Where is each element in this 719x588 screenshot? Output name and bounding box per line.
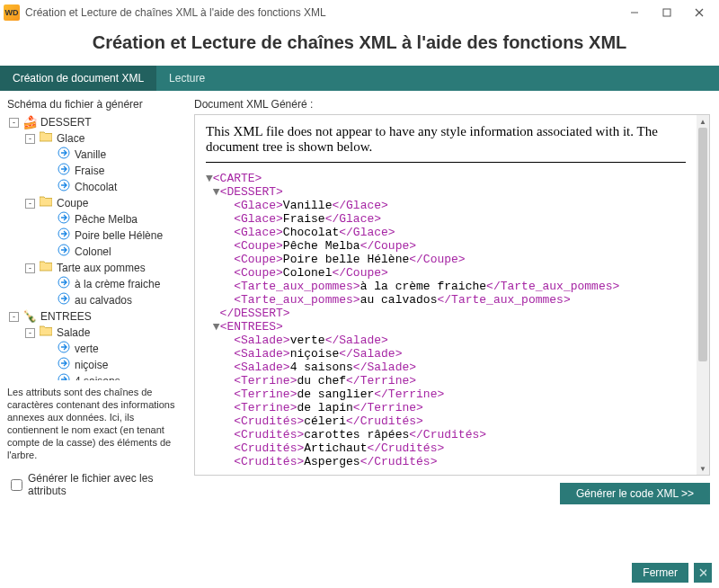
- tree-glace[interactable]: -Glace: [7, 130, 185, 147]
- xml-line: <Coupe>Poire belle Hélène</Coupe>: [206, 253, 686, 266]
- tree-tarte-item[interactable]: au calvados: [7, 292, 185, 308]
- tree-label: verte: [75, 341, 99, 357]
- arrow-icon: [58, 357, 70, 374]
- dessert-icon: 🍰: [22, 114, 38, 130]
- close-icon: [699, 568, 706, 577]
- scroll-thumb[interactable]: [698, 128, 707, 361]
- doc-label: Document XML Généré :: [194, 94, 710, 114]
- attr-checkbox-row[interactable]: Générer le fichier avec les attributs: [7, 468, 185, 504]
- attr-checkbox-label: Générer le fichier avec les attributs: [28, 472, 185, 497]
- close-x-button[interactable]: [694, 563, 712, 583]
- xml-line: <Coupe>Pêche Melba</Coupe>: [206, 239, 686, 253]
- folder-icon: [40, 130, 52, 147]
- page-title: Création et Lecture de chaînes XML à l'a…: [0, 25, 719, 66]
- xml-line: <Glace>Chocolat</Glace>: [206, 226, 686, 239]
- scroll-down-icon[interactable]: ▼: [697, 462, 709, 475]
- right-pane: Document XML Généré : This XML file does…: [189, 91, 719, 504]
- xml-line: <Salade>verte</Salade>: [206, 334, 686, 347]
- window-title: Création et Lecture de chaînes XML à l'a…: [25, 6, 326, 19]
- tree-toggle[interactable]: -: [25, 134, 35, 144]
- arrow-icon: [58, 227, 70, 245]
- arrow-icon: [58, 211, 70, 228]
- app-icon: WD: [4, 4, 20, 21]
- arrow-icon: [58, 244, 70, 261]
- xml-line: <Terrine>de lapin</Terrine>: [206, 401, 686, 414]
- tree-salade-item[interactable]: verte: [7, 341, 185, 357]
- xml-line: <Salade>4 saisons</Salade>: [206, 361, 686, 374]
- tree-glace-item[interactable]: Vanille: [7, 147, 185, 163]
- tree-label: Vanille: [75, 147, 106, 163]
- tree-toggle[interactable]: -: [25, 328, 35, 338]
- content-area: Schéma du fichier à générer -🍰DESSERT-Gl…: [0, 91, 719, 504]
- scroll-up-icon[interactable]: ▲: [697, 115, 709, 128]
- arrow-icon: [58, 276, 70, 293]
- entrees-icon: 🍾: [22, 308, 37, 325]
- minimize-button[interactable]: [618, 0, 651, 25]
- svg-rect-1: [663, 9, 670, 16]
- tree-coupe-item[interactable]: Colonel: [7, 244, 185, 260]
- tree-glace-item[interactable]: Fraise: [7, 163, 185, 179]
- collapse-icon[interactable]: ▼: [213, 185, 220, 199]
- xml-line: <Coupe>Colonel</Coupe>: [206, 266, 686, 280]
- arrow-icon: [58, 373, 70, 381]
- tree-coupe-item[interactable]: Pêche Melba: [7, 211, 185, 227]
- xml-scroll-area[interactable]: This XML file does not appear to have an…: [195, 115, 697, 475]
- xml-line: <Glace>Vanille</Glace>: [206, 199, 686, 212]
- tree-glace-item[interactable]: Chocolat: [7, 179, 185, 195]
- xml-view: This XML file does not appear to have an…: [194, 114, 710, 476]
- minimize-icon: [630, 8, 639, 17]
- help-text: Les attributs sont des chaînes de caract…: [7, 380, 185, 468]
- arrow-icon: [58, 147, 70, 164]
- left-pane: Schéma du fichier à générer -🍰DESSERT-Gl…: [0, 91, 189, 504]
- schema-label: Schéma du fichier à générer: [7, 94, 185, 114]
- xml-line: ▼<DESSERT>: [206, 185, 686, 199]
- tab-read[interactable]: Lecture: [156, 66, 217, 91]
- tree-toggle[interactable]: -: [25, 263, 35, 273]
- tree-label: DESSERT: [40, 114, 91, 130]
- tree-label: 4 saisons: [75, 373, 120, 380]
- arrow-icon: [58, 292, 70, 309]
- xml-line: ▼<CARTE>: [206, 172, 686, 185]
- tree-coupe-item[interactable]: Poire belle Hélène: [7, 227, 185, 244]
- collapse-icon[interactable]: ▼: [213, 320, 220, 334]
- xml-line: <Tarte_aux_pommes>au calvados</Tarte_aux…: [206, 293, 686, 307]
- tree-toggle[interactable]: -: [9, 312, 19, 322]
- schema-tree[interactable]: -🍰DESSERT-GlaceVanilleFraiseChocolat-Cou…: [7, 114, 185, 380]
- tree-entrees[interactable]: -🍾ENTREES: [7, 308, 185, 325]
- tree-label: au calvados: [75, 292, 132, 308]
- tree-toggle[interactable]: -: [9, 118, 19, 128]
- tree-dessert[interactable]: -🍰DESSERT: [7, 114, 185, 130]
- scrollbar[interactable]: ▲ ▼: [697, 115, 709, 475]
- footer: Fermer: [632, 563, 712, 583]
- tree-label: à la crème fraiche: [75, 276, 160, 292]
- close-button[interactable]: Fermer: [632, 563, 688, 583]
- tree-label: Chocolat: [75, 179, 117, 195]
- xml-line: ▼<ENTREES>: [206, 320, 686, 334]
- tab-create[interactable]: Création de document XML: [0, 66, 156, 91]
- xml-line: <Crudités>Asperges</Crudités>: [206, 455, 686, 468]
- folder-icon: [40, 195, 52, 211]
- tree-tarte[interactable]: -Tarte aux pommes: [7, 260, 185, 276]
- xml-code: ▼<CARTE> ▼<DESSERT> <Glace>Vanille</Glac…: [206, 172, 686, 468]
- generate-button[interactable]: Générer le code XML >>: [560, 483, 710, 504]
- tree-label: Fraise: [75, 163, 104, 179]
- collapse-icon[interactable]: ▼: [206, 172, 213, 185]
- tree-coupe[interactable]: -Coupe: [7, 195, 185, 211]
- xml-line: <Tarte_aux_pommes>à la crème fraiche</Ta…: [206, 280, 686, 293]
- tree-salade[interactable]: -Salade: [7, 325, 185, 341]
- tree-label: Pêche Melba: [75, 211, 138, 227]
- tree-label: Colonel: [75, 244, 111, 260]
- xml-line: <Crudités>céleri</Crudités>: [206, 414, 686, 428]
- maximize-button[interactable]: [651, 0, 683, 25]
- xml-line: </DESSERT>: [206, 307, 686, 320]
- xml-line: <Salade>niçoise</Salade>: [206, 347, 686, 361]
- tree-salade-item[interactable]: 4 saisons: [7, 373, 185, 380]
- tree-tarte-item[interactable]: à la crème fraiche: [7, 276, 185, 292]
- tree-toggle[interactable]: -: [25, 199, 35, 209]
- attr-checkbox[interactable]: [11, 479, 22, 491]
- maximize-icon: [662, 8, 671, 17]
- close-window-button[interactable]: [683, 0, 715, 25]
- xml-line: <Crudités>Artichaut</Crudités>: [206, 441, 686, 455]
- arrow-icon: [58, 179, 70, 196]
- tree-salade-item[interactable]: niçoise: [7, 357, 185, 373]
